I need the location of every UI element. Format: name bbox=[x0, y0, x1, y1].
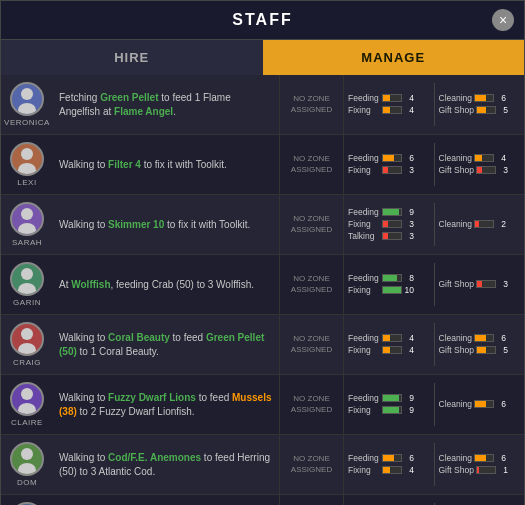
svg-point-3 bbox=[18, 163, 36, 174]
stat-num: 4 bbox=[404, 93, 414, 103]
stat-bar bbox=[475, 221, 479, 227]
stat-num: 3 bbox=[498, 165, 508, 175]
stat-bar bbox=[383, 275, 397, 281]
stat-section-right: Cleaning6Gift Shop1 bbox=[437, 453, 523, 477]
stats-col: Feeding4Fixing4Cleaning6Gift Shop5 bbox=[344, 315, 524, 374]
tab-manage[interactable]: MANAGE bbox=[263, 40, 525, 75]
stat-bar bbox=[477, 467, 479, 473]
avatar bbox=[10, 322, 44, 356]
stats-col: Feeding9Fixing9Cleaning6 bbox=[344, 375, 524, 434]
stat-num: 1 bbox=[498, 465, 508, 475]
stat-row: Fixing4 bbox=[348, 465, 430, 475]
stat-section-right: Cleaning6 bbox=[437, 399, 523, 411]
zone-col: NO ZONE ASSIGNED bbox=[279, 135, 344, 194]
stat-row: Gift Shop3 bbox=[439, 165, 521, 175]
stat-row: Gift Shop3 bbox=[439, 279, 521, 289]
stat-label: Gift Shop bbox=[439, 105, 474, 115]
avatar bbox=[10, 262, 44, 296]
stat-bar-container bbox=[382, 154, 402, 162]
stat-num: 3 bbox=[404, 231, 414, 241]
stats-col: Feeding7Fixing7Cleaning7 bbox=[344, 495, 524, 505]
stat-num: 9 bbox=[404, 393, 414, 403]
zone-col: NO ZONE bbox=[279, 495, 344, 505]
stat-bar bbox=[383, 395, 399, 401]
zone-col: NO ZONE ASSIGNED bbox=[279, 195, 344, 254]
stat-label: Gift Shop bbox=[439, 465, 474, 475]
zone-col: NO ZONE ASSIGNED bbox=[279, 435, 344, 494]
stat-num: 6 bbox=[496, 93, 506, 103]
tab-hire[interactable]: HIRE bbox=[1, 40, 263, 75]
section-divider bbox=[434, 443, 435, 486]
stat-bar-container bbox=[474, 220, 494, 228]
stat-bar-container bbox=[474, 454, 494, 462]
stat-section-left: Feeding9Fixing3Talking3 bbox=[346, 207, 432, 243]
stat-num: 9 bbox=[404, 207, 414, 217]
zone-col: NO ZONE ASSIGNED bbox=[279, 255, 344, 314]
stat-label: Cleaning bbox=[439, 153, 473, 163]
stat-label: Feeding bbox=[348, 273, 380, 283]
stat-bar-container bbox=[382, 166, 402, 174]
stat-bar bbox=[475, 335, 486, 341]
stat-bar bbox=[383, 455, 394, 461]
stat-bar-container bbox=[382, 346, 402, 354]
stat-row: Cleaning6 bbox=[439, 453, 521, 463]
svg-point-9 bbox=[18, 343, 36, 354]
stat-bar-container bbox=[476, 346, 496, 354]
stat-label: Feeding bbox=[348, 393, 380, 403]
tab-bar: HIRE MANAGE bbox=[1, 40, 524, 75]
staff-row: SARAHWalking to Skimmer 10 to fix it wit… bbox=[1, 195, 524, 255]
section-divider bbox=[434, 143, 435, 186]
section-divider bbox=[434, 263, 435, 306]
stat-bar-container bbox=[382, 286, 402, 294]
staff-row: LEXIWalking to Filter 4 to fix it with T… bbox=[1, 135, 524, 195]
staff-row: VERONICAFetching Green Pellet to feed 1 … bbox=[1, 75, 524, 135]
stat-label: Cleaning bbox=[439, 93, 473, 103]
stat-label: Fixing bbox=[348, 405, 380, 415]
stat-bar-container bbox=[382, 208, 402, 216]
staff-row: CRAIGWalking to Coral Beauty to feed Gre… bbox=[1, 315, 524, 375]
stat-bar bbox=[383, 347, 390, 353]
stat-bar bbox=[475, 95, 486, 101]
section-divider bbox=[434, 323, 435, 366]
stat-bar bbox=[383, 287, 401, 293]
stat-label: Feeding bbox=[348, 333, 380, 343]
stat-num: 3 bbox=[404, 219, 414, 229]
stat-bar bbox=[383, 221, 388, 227]
action-col: Walking to Fuzzy Dwarf Lions to feed Mus… bbox=[53, 375, 279, 434]
stat-bar-container bbox=[382, 394, 402, 402]
stat-section-left: Feeding4Fixing4 bbox=[346, 93, 432, 117]
avatar-col: DOM bbox=[1, 435, 53, 494]
stat-row: Feeding9 bbox=[348, 207, 430, 217]
stat-section-right: Cleaning6Gift Shop5 bbox=[437, 333, 523, 357]
stat-num: 4 bbox=[404, 105, 414, 115]
stat-bar-container bbox=[474, 334, 494, 342]
avatar-col: SARAH bbox=[1, 195, 53, 254]
stat-bar-container bbox=[476, 166, 496, 174]
stat-bar bbox=[383, 95, 390, 101]
stats-col: Feeding6Fixing4Cleaning6Gift Shop1 bbox=[344, 435, 524, 494]
stat-bar bbox=[477, 347, 486, 353]
stat-section-left: Feeding9Fixing9 bbox=[346, 393, 432, 417]
avatar bbox=[10, 202, 44, 236]
stat-row: Gift Shop5 bbox=[439, 345, 521, 355]
svg-point-8 bbox=[21, 328, 33, 340]
stat-bar bbox=[383, 467, 390, 473]
stat-label: Cleaning bbox=[439, 399, 473, 409]
stat-label: Cleaning bbox=[439, 453, 473, 463]
staff-row: ???Walking to Rubbish 1521 to clean it w… bbox=[1, 495, 524, 505]
action-text: Walking to Filter 4 to fix it with Toolk… bbox=[59, 158, 227, 172]
section-divider bbox=[434, 203, 435, 246]
stat-bar bbox=[477, 167, 482, 173]
stat-bar bbox=[383, 233, 388, 239]
close-button[interactable]: × bbox=[492, 9, 514, 31]
stat-bar-container bbox=[382, 334, 402, 342]
stat-bar-container bbox=[382, 466, 402, 474]
staff-list: VERONICAFetching Green Pellet to feed 1 … bbox=[1, 75, 524, 505]
stat-num: 6 bbox=[496, 333, 506, 343]
stat-bar-container bbox=[476, 280, 496, 288]
stat-section-right: Cleaning4Gift Shop3 bbox=[437, 153, 523, 177]
avatar bbox=[10, 142, 44, 176]
stat-bar-container bbox=[382, 274, 402, 282]
stat-label: Feeding bbox=[348, 453, 380, 463]
stat-bar bbox=[383, 155, 394, 161]
